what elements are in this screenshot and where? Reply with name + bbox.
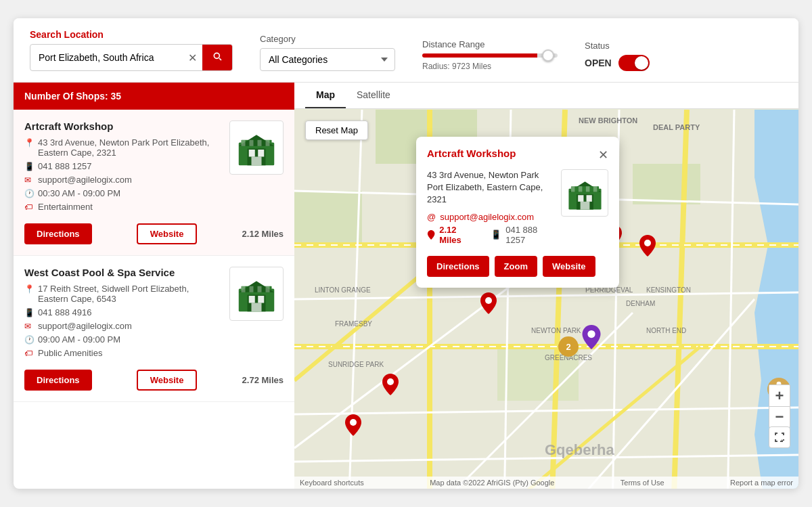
popup-store-icon: [566, 175, 604, 212]
svg-rect-16: [258, 296, 264, 303]
at-icon: @: [427, 212, 436, 222]
website-button[interactable]: Website: [137, 370, 198, 391]
map-pin[interactable]: [639, 235, 656, 257]
website-button[interactable]: Website: [137, 223, 198, 244]
popup-directions-button[interactable]: Directions: [427, 256, 489, 277]
search-box: ✕: [30, 44, 233, 71]
header: Search Location ✕ Category All Categorie…: [14, 18, 798, 83]
tab-map[interactable]: Map: [305, 83, 346, 108]
distance-label: Distance Range: [422, 39, 558, 49]
svg-text:DEAL PARTY: DEAL PARTY: [653, 123, 700, 131]
shop-category: 🏷 Entertainment: [24, 202, 221, 212]
range-slider-wrap: [422, 53, 558, 58]
popup-email: support@agilelogix.com: [440, 212, 534, 222]
phone-small-icon: 📱: [491, 229, 501, 240]
shop-inner: West Coast Pool & Spa Service 📍 17 Reith…: [24, 267, 284, 361]
popup-website-button[interactable]: Website: [543, 256, 595, 277]
shop-phone: 📱 041 888 1257: [24, 161, 221, 171]
popup-zoom-button[interactable]: Zoom: [495, 256, 537, 277]
shop-email: ✉ support@agilelogix.com: [24, 175, 221, 185]
svg-rect-8: [250, 140, 254, 146]
shop-address: 📍 43 3rd Avenue, Newton Park Port Elizab…: [24, 137, 221, 158]
shop-name: Artcraft Workshop: [24, 120, 221, 132]
svg-rect-72: [586, 195, 591, 202]
phone-icon: 📱: [24, 162, 34, 171]
svg-rect-17: [252, 303, 262, 312]
svg-rect-5: [258, 150, 264, 157]
reset-map-button[interactable]: Reset Map: [305, 120, 368, 140]
map-pin[interactable]: [382, 374, 399, 395]
svg-rect-73: [580, 201, 589, 209]
tab-satellite[interactable]: Satellite: [346, 83, 401, 108]
popup-store-image: [561, 169, 608, 217]
distance-slider[interactable]: [422, 53, 558, 58]
map-footer: Keyboard shortcuts Map data ©2022 AfriGI…: [294, 477, 798, 489]
map-area: Map Satellite: [294, 83, 798, 489]
map-background: DEAL PARTY NEW BRIGHTON ALGOA PARK LINTO…: [294, 83, 798, 489]
map-pin-purple[interactable]: [582, 325, 601, 349]
popup-header: Artcraft Workshop ✕: [427, 148, 608, 162]
zoom-out-button[interactable]: −: [769, 406, 790, 428]
search-input[interactable]: [30, 47, 183, 68]
category-label: Category: [260, 34, 395, 44]
map-popup: Artcraft Workshop ✕ 43 3rd Avenue, Newto…: [416, 137, 619, 288]
svg-text:KENSINGTON: KENSINGTON: [646, 286, 691, 294]
svg-rect-9: [258, 140, 262, 146]
popup-distance: 2.12 Miles: [439, 225, 476, 245]
directions-button[interactable]: Directions: [24, 370, 92, 391]
shop-actions: Directions Website 2.72 Miles: [24, 370, 284, 391]
keyboard-shortcuts[interactable]: Keyboard shortcuts: [300, 479, 364, 487]
shop-email: ✉ support@agilelogix.com: [24, 321, 221, 331]
shop-info: West Coast Pool & Spa Service 📍 17 Reith…: [24, 267, 221, 361]
clock-icon: 🕐: [24, 335, 34, 345]
distance-badge: 2.12 Miles: [242, 229, 284, 239]
category-select[interactable]: All Categories Entertainment Public Amen…: [260, 48, 395, 71]
search-icon: [212, 51, 223, 62]
search-clear-button[interactable]: ✕: [183, 51, 202, 64]
store-icon: [236, 127, 277, 168]
svg-rect-6: [252, 157, 262, 166]
svg-rect-7: [242, 140, 246, 146]
status-toggle-button[interactable]: [618, 55, 650, 71]
cluster-badge[interactable]: 2: [558, 336, 579, 357]
shop-image: [229, 267, 284, 321]
shops-list: Artcraft Workshop 📍 43 3rd Avenue, Newto…: [14, 110, 294, 489]
email-icon: ✉: [24, 322, 34, 331]
search-section: Search Location ✕: [30, 29, 233, 71]
shop-inner: Artcraft Workshop 📍 43 3rd Avenue, Newto…: [24, 120, 284, 215]
map-tabs: Map Satellite: [294, 83, 798, 109]
shop-actions: Directions Website 2.12 Miles: [24, 223, 284, 244]
svg-text:NEW BRIGHTON: NEW BRIGHTON: [579, 116, 637, 125]
fullscreen-icon: [774, 432, 785, 443]
directions-button[interactable]: Directions: [24, 223, 92, 244]
shop-card: Artcraft Workshop 📍 43 3rd Avenue, Newto…: [14, 110, 294, 256]
svg-rect-75: [570, 186, 574, 192]
svg-rect-10: [266, 140, 270, 146]
location-icon: 📍: [24, 284, 34, 294]
map-copyright: Map data ©2022 AfriGIS (Pty) Google: [430, 479, 554, 487]
svg-rect-25: [633, 164, 700, 204]
svg-point-67: [587, 330, 595, 338]
svg-rect-21: [266, 286, 270, 292]
category-group: Category All Categories Entertainment Pu…: [260, 34, 395, 71]
terms-of-use[interactable]: Terms of Use: [621, 479, 664, 487]
svg-rect-78: [593, 186, 597, 192]
report-error[interactable]: Report a map error: [730, 479, 793, 487]
shop-hours: 🕐 09:00 AM - 09:00 PM: [24, 334, 221, 345]
distance-badge: 2.72 Miles: [242, 375, 284, 385]
zoom-in-button[interactable]: +: [769, 384, 790, 406]
search-button[interactable]: [202, 45, 232, 70]
map-pin[interactable]: [345, 414, 361, 436]
shop-card: West Coast Pool & Spa Service 📍 17 Reith…: [14, 256, 294, 402]
radius-text: Radius: 9723 Miles: [422, 62, 558, 71]
status-toggle: OPEN: [585, 55, 650, 71]
svg-point-63: [387, 378, 394, 385]
svg-text:FRAMESBY: FRAMESBY: [335, 320, 372, 328]
search-label: Search Location: [30, 29, 233, 40]
svg-text:SUNRIDGE PARK: SUNRIDGE PARK: [328, 361, 384, 368]
fullscreen-button[interactable]: [769, 426, 790, 448]
svg-text:DENHAM: DENHAM: [626, 300, 655, 307]
map-pin[interactable]: [480, 292, 497, 314]
shops-header: Number Of Shops: 35: [14, 83, 294, 110]
popup-close-button[interactable]: ✕: [598, 148, 608, 162]
